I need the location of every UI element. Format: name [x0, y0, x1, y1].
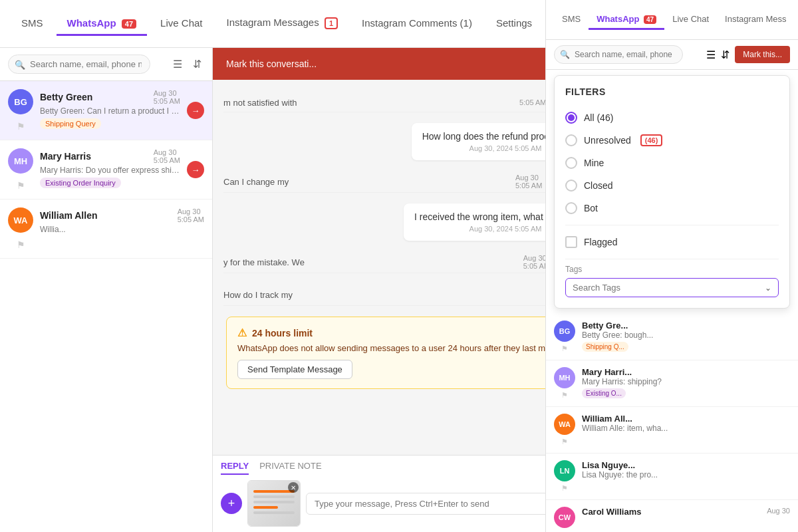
- tab-settings[interactable]: Settings: [485, 12, 543, 36]
- tab-private-note[interactable]: PRIVATE NOTE: [259, 461, 321, 475]
- flag-icon[interactable]: ⚑: [561, 344, 568, 353]
- avatar: MH: [8, 148, 33, 174]
- right-search-input[interactable]: [554, 45, 683, 64]
- conv-item[interactable]: BG ⚑ Betty Green Aug 305:05 AM Betty Gre…: [0, 81, 212, 140]
- right-conv-name: Carol Williams: [582, 507, 760, 517]
- filter-option-bot[interactable]: Bot: [565, 197, 779, 219]
- right-conv-item[interactable]: CW Carol Williams Aug 30: [546, 500, 798, 532]
- flag-icon[interactable]: ⚑: [561, 484, 568, 493]
- conv-tag: Shipping Query: [40, 118, 101, 129]
- flag-icon[interactable]: ⚑: [561, 438, 568, 446]
- partial-msg-text: m not satisfied with: [223, 98, 297, 108]
- right-filter-icon[interactable]: ☰: [706, 49, 716, 61]
- right-conv-content: Betty Gre... Betty Gree: bough... Shippi…: [582, 321, 783, 352]
- radio-mine: [565, 157, 577, 169]
- filter-label-closed: Closed: [584, 180, 613, 191]
- tags-label: Tags: [565, 265, 779, 274]
- tab-sms[interactable]: SMS: [11, 12, 54, 36]
- tags-input[interactable]: [573, 283, 761, 293]
- right-overlay: SMS WhatsApp 47 Live Chat Instagram Mess…: [545, 0, 798, 532]
- close-attachment-button[interactable]: ✕: [288, 482, 299, 493]
- filter-dropdown: FILTERS All (46) Unresolved (46) Mine Cl…: [554, 75, 790, 309]
- radio-bot: [565, 202, 577, 214]
- conversation-list: 🔍 ☰ ⇵ BG ⚑ Betty Green Aug 305:05 AM Bet…: [0, 48, 213, 532]
- avatar: BG: [8, 89, 33, 114]
- conv-item[interactable]: WA ⚑ William Allen Aug 305:05 AM Willia.…: [0, 200, 212, 259]
- tags-search[interactable]: ⌄: [565, 278, 779, 297]
- tab-instagram-comments[interactable]: Instagram Comments (1): [351, 12, 483, 36]
- tab-whatsapp[interactable]: WhatsApp 47: [57, 12, 148, 36]
- avatar: MH: [554, 367, 575, 388]
- add-attachment-button[interactable]: +: [221, 493, 242, 514]
- partial-msg-text: How do I track my: [223, 290, 293, 300]
- filter-option-flagged[interactable]: Flagged: [565, 231, 779, 253]
- right-tabs: SMS WhatsApp 47 Live Chat Instagram Mess: [546, 0, 798, 40]
- right-conv-preview: William Alle: item, wha...: [582, 424, 783, 433]
- right-conv-preview: Mary Harris: shipping?: [582, 377, 783, 386]
- filter-label-bot: Bot: [584, 203, 598, 213]
- flag-icon[interactable]: ⚑: [17, 239, 25, 250]
- right-conv-tag: Shipping Q...: [582, 342, 628, 352]
- whatsapp-badge: 47: [122, 19, 136, 29]
- filter-option-unresolved[interactable]: Unresolved (46): [565, 129, 779, 152]
- conv-item[interactable]: MH ⚑ Mary Harris Aug 305:05 AM Mary Harr…: [0, 140, 212, 200]
- conv-content: Betty Green Aug 305:05 AM Betty Green: C…: [40, 89, 180, 129]
- conv-time: Aug 305:05 AM: [178, 207, 204, 223]
- conv-preview: Willia...: [40, 225, 204, 234]
- send-template-button[interactable]: Send Template Message: [237, 360, 352, 379]
- flag-icon[interactable]: ⚑: [561, 391, 568, 400]
- unresolved-badge: (46): [640, 134, 663, 146]
- flag-icon[interactable]: ⚑: [17, 180, 25, 191]
- tab-livechat[interactable]: Live Chat: [150, 12, 213, 36]
- right-search-icon: 🔍: [560, 50, 570, 59]
- conv-time: Aug 305:05 AM: [154, 148, 180, 164]
- right-tab-instagram[interactable]: Instagram Mess: [717, 10, 794, 30]
- right-conv-content: William All... William Alle: item, wha..…: [582, 414, 783, 433]
- instagram-messages-badge: 1: [325, 17, 338, 29]
- right-sort-icon[interactable]: ⇵: [721, 49, 730, 61]
- mark-conversation-text: Mark this conversati...: [226, 59, 317, 69]
- warning-title: 24 hours limit: [252, 328, 313, 338]
- right-search-bar: 🔍 ☰ ⇵ Mark this...: [546, 40, 798, 70]
- avatar: WA: [8, 207, 33, 233]
- filter-option-all[interactable]: All (46): [565, 106, 779, 129]
- conv-content: William Allen Aug 305:05 AM Willia...: [40, 207, 204, 234]
- right-conv-item[interactable]: WA ⚑ William All... William Alle: item, …: [546, 407, 798, 454]
- filter-option-mine[interactable]: Mine: [565, 152, 779, 174]
- conv-preview: Mary Harris: Do you offer express shippi…: [40, 166, 180, 175]
- filter-label-all: All (46): [584, 112, 613, 123]
- filter-option-closed[interactable]: Closed: [565, 174, 779, 197]
- avatar: CW: [554, 507, 575, 528]
- avatar: WA: [554, 414, 575, 435]
- assign-arrow[interactable]: →: [187, 102, 204, 119]
- tab-reply[interactable]: REPLY: [221, 461, 249, 475]
- right-action-button[interactable]: Mark this...: [735, 46, 790, 63]
- conv-content: Mary Harris Aug 305:05 AM Mary Harris: D…: [40, 148, 180, 188]
- right-tab-sms[interactable]: SMS: [554, 10, 589, 30]
- search-wrap: 🔍: [8, 55, 165, 74]
- conv-items: BG ⚑ Betty Green Aug 305:05 AM Betty Gre…: [0, 81, 212, 532]
- right-conv-content: Mary Harri... Mary Harris: shipping? Exi…: [582, 367, 783, 398]
- assign-arrow[interactable]: →: [187, 161, 204, 178]
- avatar: LN: [554, 460, 575, 481]
- sort-icon[interactable]: ⇵: [190, 55, 204, 73]
- right-conv-name: Mary Harri...: [582, 367, 783, 377]
- flag-icon[interactable]: ⚑: [17, 121, 25, 132]
- radio-unresolved: [565, 134, 577, 146]
- right-tab-whatsapp[interactable]: WhatsApp 47: [589, 10, 664, 30]
- right-conv-item[interactable]: LN ⚑ Lisa Nguye... Lisa Nguye: the pro..…: [546, 454, 798, 500]
- right-conv-item[interactable]: MH ⚑ Mary Harri... Mary Harris: shipping…: [546, 360, 798, 407]
- right-conv-time: Aug 30: [767, 507, 790, 515]
- attachment-preview: ✕: [247, 480, 301, 527]
- right-conv-name: Betty Gre...: [582, 321, 783, 331]
- right-tab-livechat[interactable]: Live Chat: [664, 10, 717, 30]
- filter-icon[interactable]: ☰: [170, 55, 185, 73]
- conv-name: Mary Harris: [40, 151, 91, 162]
- filter-divider: [565, 225, 779, 225]
- right-conv-item[interactable]: BG ⚑ Betty Gre... Betty Gree: bough... S…: [546, 314, 798, 360]
- tab-instagram-messages[interactable]: Instagram Messages 1: [215, 11, 348, 37]
- search-input[interactable]: [8, 55, 150, 74]
- filter-label-mine: Mine: [584, 158, 604, 168]
- partial-msg-time: Aug 305:05 AM: [515, 174, 542, 190]
- radio-closed: [565, 180, 577, 192]
